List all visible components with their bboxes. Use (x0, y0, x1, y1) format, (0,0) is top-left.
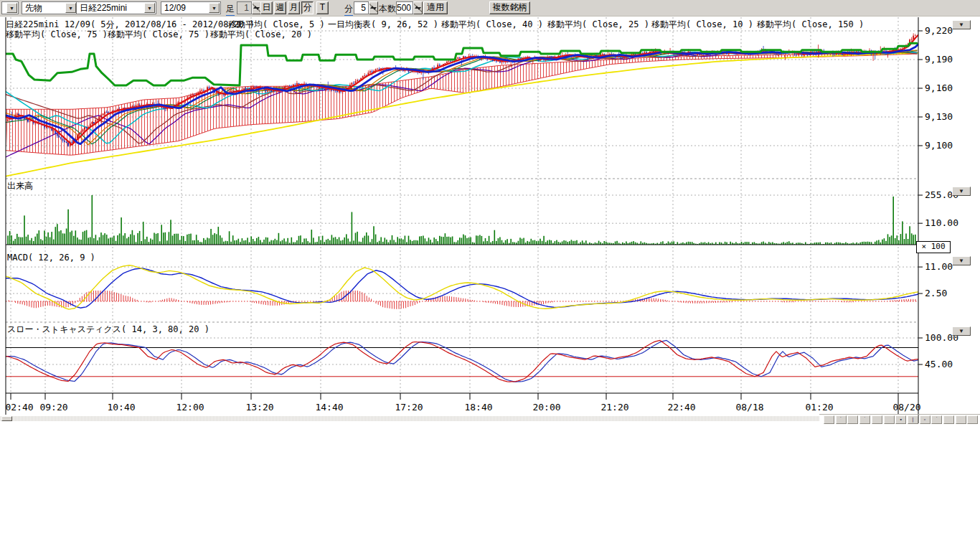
period-button-5[interactable]: T (316, 1, 329, 14)
minute-stepper[interactable]: 5 (354, 1, 378, 14)
count-stepper[interactable]: 500 (396, 1, 423, 14)
mini-toolbar-button-9[interactable]: ▫ (920, 415, 930, 424)
chart-application: ▼ 先物 ▼ 日経225mini ▼ 12/09 ▼ 足 1 日週月分T 分 5… (0, 0, 980, 551)
chevron-down-icon: ▼ (953, 21, 970, 29)
bar-interval-stepper[interactable]: 1 (237, 1, 261, 14)
spinner-updown-icon[interactable] (369, 1, 378, 14)
chevron-down-icon: ▼ (953, 257, 970, 265)
mini-toolbar-button-2[interactable]: ˙ (836, 415, 847, 424)
panel-dropdown-button[interactable]: ▼ (952, 256, 971, 265)
chevron-down-icon[interactable]: ▼ (209, 3, 220, 13)
mini-toolbar-button-11[interactable] (943, 415, 954, 424)
minute-label: 分 (344, 3, 353, 16)
contract-combobox[interactable]: 12/09 ▼ (161, 1, 221, 14)
bar-interval-value[interactable]: 1 (237, 1, 252, 14)
mini-toolbar-button-8[interactable]: ❘ (908, 415, 918, 424)
mini-toolbar-button-5[interactable] (872, 415, 882, 424)
minute-value[interactable]: 5 (354, 1, 369, 14)
chart-canvas[interactable] (0, 0, 980, 430)
symbol-combobox[interactable]: 日経225mini ▼ (76, 1, 156, 14)
mini-toolbar-button-1[interactable] (824, 415, 834, 424)
chevron-down-icon: ▼ (953, 187, 970, 195)
mini-toolbar-button-13[interactable] (967, 415, 978, 424)
spinner-updown-icon[interactable] (413, 1, 423, 14)
category-value: 先物 (25, 3, 42, 13)
mini-toolbar-button-4[interactable]: ˙ (859, 415, 870, 424)
mini-toolbar-button-6[interactable] (884, 415, 895, 424)
mini-toolbar-button-3[interactable] (847, 415, 858, 424)
toolbar: ▼ 先物 ▼ 日経225mini ▼ 12/09 ▼ 足 1 日週月分T 分 5… (0, 0, 980, 17)
period-button-2[interactable]: 週 (274, 1, 286, 14)
count-value[interactable]: 500 (396, 1, 413, 14)
period-button-3[interactable]: 月 (288, 1, 300, 14)
panel-dropdown-button[interactable]: ▼ (952, 187, 971, 196)
category-combobox[interactable]: 先物 ▼ (22, 1, 77, 14)
bottom-mini-toolbar: ˙˙▪❘▫˙ (819, 414, 980, 424)
chevron-down-icon[interactable]: ▼ (6, 3, 17, 13)
panel-dropdown-button[interactable]: ▼ (952, 20, 971, 29)
period-button-1[interactable]: 日 (260, 1, 273, 14)
mini-toolbar-button-7[interactable]: ▪ (895, 415, 906, 424)
mini-toolbar-button-10[interactable]: ˙ (931, 415, 942, 424)
count-label: 本数 (379, 3, 396, 15)
contract-value: 12/09 (164, 3, 186, 13)
chevron-down-icon: ▼ (953, 327, 970, 335)
bar-label: 足 (226, 3, 235, 16)
horizontal-scrollbar-thumb[interactable] (1, 416, 12, 421)
symbol-value: 日経225mini (80, 3, 127, 13)
mini-toolbar-button-12[interactable] (956, 415, 966, 424)
multi-symbol-button[interactable]: 複数銘柄 (489, 1, 530, 14)
chevron-down-icon[interactable]: ▼ (144, 3, 155, 13)
panel-dropdown-button[interactable]: ▼ (952, 326, 971, 336)
horizontal-scrollbar[interactable] (0, 416, 819, 421)
quick-select-combobox[interactable]: ▼ (1, 1, 19, 14)
chevron-down-icon[interactable]: ▼ (65, 3, 76, 13)
apply-button[interactable]: 適用 (423, 1, 448, 14)
period-button-4[interactable]: 分 (301, 1, 314, 14)
